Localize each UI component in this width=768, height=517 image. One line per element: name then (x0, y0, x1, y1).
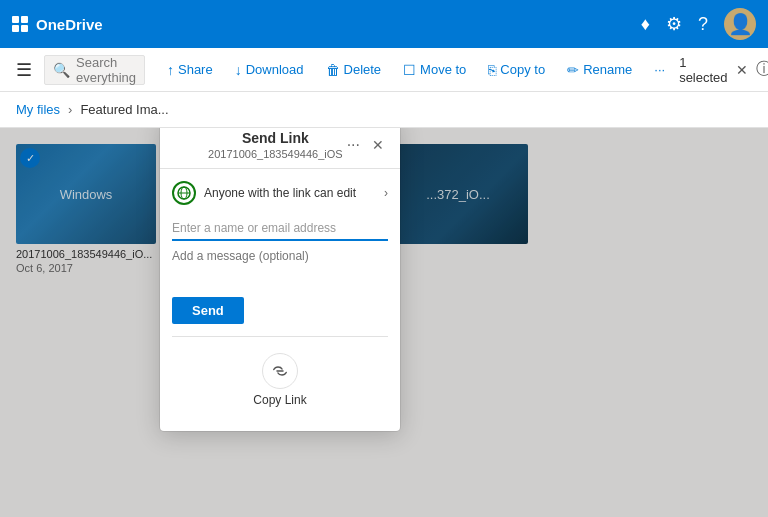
chevron-right-icon: › (384, 186, 388, 200)
hamburger-menu-icon[interactable]: ☰ (8, 55, 40, 85)
permission-text: Anyone with the link can edit (204, 186, 376, 200)
top-bar-right-actions: ♦ ⚙ ? 👤 (641, 8, 756, 40)
breadcrumb-separator: › (68, 102, 72, 117)
rename-label: Rename (583, 62, 632, 77)
download-label: Download (246, 62, 304, 77)
search-placeholder: Search everything (76, 55, 136, 85)
modal-divider (160, 168, 400, 169)
rename-button[interactable]: ✏ Rename (557, 54, 642, 86)
send-link-modal: Send Link 20171006_183549446_iOS ··· ✕ A… (160, 128, 400, 431)
message-input[interactable] (172, 249, 388, 277)
copy-link-icon[interactable] (262, 353, 298, 389)
more-button[interactable]: ··· (644, 54, 675, 86)
copy-to-button[interactable]: ⎘ Copy to (478, 54, 555, 86)
send-button-wrap: Send (160, 285, 400, 328)
move-icon: ☐ (403, 62, 416, 78)
gear-icon[interactable]: ⚙ (666, 13, 682, 35)
clear-selection-icon[interactable]: ✕ (736, 62, 748, 78)
app-name: OneDrive (36, 16, 103, 33)
delete-button[interactable]: 🗑 Delete (316, 54, 392, 86)
delete-icon: 🗑 (326, 62, 340, 78)
modal-close-button[interactable]: ✕ (368, 135, 388, 155)
copy-link-label[interactable]: Copy Link (253, 393, 306, 407)
selected-count: 1 selected (679, 55, 727, 85)
copy-icon: ⎘ (488, 62, 496, 78)
move-to-button[interactable]: ☐ Move to (393, 54, 476, 86)
share-icon: ↑ (167, 62, 174, 78)
main-content: Windows ✓ 20171006_183549446_iO... Oct 6… (0, 128, 768, 517)
share-button[interactable]: ↑ Share (157, 54, 223, 86)
breadcrumb-myfiles[interactable]: My files (16, 102, 60, 117)
globe-icon (172, 181, 196, 205)
search-box[interactable]: 🔍 Search everything (44, 55, 145, 85)
toolbar-right: 1 selected ✕ ⓘ (679, 55, 768, 85)
modal-header-actions: ··· ✕ (343, 134, 388, 156)
download-button[interactable]: ↓ Download (225, 54, 314, 86)
app-logo[interactable]: OneDrive (12, 16, 103, 33)
breadcrumb: My files › Featured Ima... (0, 92, 768, 128)
copy-label: Copy to (500, 62, 545, 77)
breadcrumb-current: Featured Ima... (80, 102, 168, 117)
copy-link-section: Copy Link (160, 345, 400, 415)
email-input[interactable] (172, 217, 388, 241)
copy-link-divider (172, 336, 388, 337)
modal-title: Send Link (208, 130, 343, 146)
move-label: Move to (420, 62, 466, 77)
rename-icon: ✏ (567, 62, 579, 78)
modal-more-button[interactable]: ··· (343, 134, 364, 156)
send-button[interactable]: Send (172, 297, 244, 324)
help-icon[interactable]: ? (698, 14, 708, 35)
more-label: ··· (654, 62, 665, 77)
modal-subtitle: 20171006_183549446_iOS (208, 148, 343, 160)
email-input-wrap (160, 213, 400, 241)
share-label: Share (178, 62, 213, 77)
search-icon: 🔍 (53, 62, 70, 78)
top-navigation-bar: OneDrive ♦ ⚙ ? 👤 (0, 0, 768, 48)
info-icon[interactable]: ⓘ (756, 59, 768, 80)
toolbar-actions: ↑ Share ↓ Download 🗑 Delete ☐ Move to ⎘ … (157, 54, 675, 86)
modal-header: Send Link 20171006_183549446_iOS ··· ✕ (160, 128, 400, 164)
diamond-icon[interactable]: ♦ (641, 14, 650, 35)
modal-title-area: Send Link 20171006_183549446_iOS (208, 130, 343, 160)
download-icon: ↓ (235, 62, 242, 78)
avatar[interactable]: 👤 (724, 8, 756, 40)
action-toolbar: ☰ 🔍 Search everything ↑ Share ↓ Download… (0, 48, 768, 92)
delete-label: Delete (344, 62, 382, 77)
link-permission-row[interactable]: Anyone with the link can edit › (160, 173, 400, 213)
logo-grid-icon (12, 16, 28, 32)
message-area (160, 241, 400, 285)
